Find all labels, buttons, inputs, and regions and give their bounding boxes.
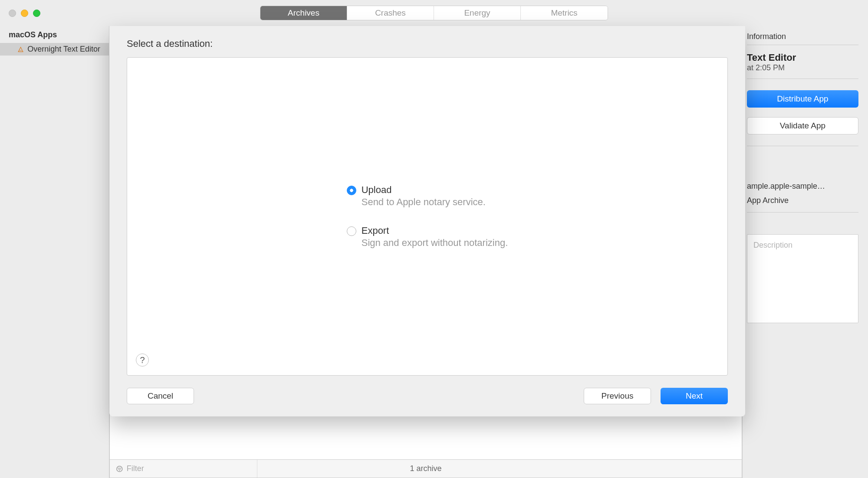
- radio-upload[interactable]: [347, 186, 356, 195]
- tab-archives[interactable]: Archives: [260, 6, 347, 20]
- filter-icon: [116, 465, 123, 473]
- next-button[interactable]: Next: [661, 388, 728, 404]
- tab-crashes[interactable]: Crashes: [347, 6, 434, 20]
- info-panel: Information Text Editor at 2:05 PM Distr…: [742, 26, 868, 478]
- help-button[interactable]: ?: [136, 354, 149, 367]
- svg-marker-0: [18, 47, 23, 52]
- tab-metrics[interactable]: Metrics: [521, 6, 608, 20]
- option-export-label: Export: [362, 225, 508, 236]
- info-archive-type: App Archive: [747, 191, 858, 213]
- filter-input[interactable]: [127, 464, 257, 473]
- sidebar: macOS Apps Overnight Text Editor: [0, 26, 109, 478]
- distribute-app-button[interactable]: Distribute App: [747, 90, 858, 108]
- description-placeholder: Description: [753, 241, 792, 249]
- sidebar-item-label: Overnight Text Editor: [27, 45, 100, 54]
- minimize-button[interactable]: [21, 10, 28, 17]
- option-export-desc: Sign and export without notarizing.: [362, 237, 508, 249]
- option-upload[interactable]: Upload Send to Apple notary service.: [347, 184, 508, 208]
- organizer-window: Archives Crashes Energy Metrics macOS Ap…: [0, 0, 868, 478]
- option-upload-label: Upload: [362, 184, 486, 196]
- archive-count: 1 archive: [410, 464, 441, 473]
- radio-export[interactable]: [347, 226, 356, 236]
- info-bundle-id: ample.apple-sample…: [747, 177, 858, 191]
- zoom-button[interactable]: [33, 10, 40, 17]
- filter-box: [110, 460, 257, 478]
- info-section-label: Information: [747, 26, 858, 45]
- option-export[interactable]: Export Sign and export without notarizin…: [347, 225, 508, 249]
- option-upload-desc: Send to Apple notary service.: [362, 196, 486, 208]
- footer-bar: 1 archive: [109, 460, 742, 478]
- info-app-date: at 2:05 PM: [747, 63, 858, 79]
- cancel-button[interactable]: Cancel: [127, 388, 194, 404]
- sheet-title: Select a destination:: [127, 38, 728, 49]
- svg-point-2: [117, 466, 122, 471]
- previous-button[interactable]: Previous: [584, 388, 651, 404]
- info-app-name: Text Editor: [747, 45, 858, 63]
- description-box[interactable]: Description: [747, 234, 858, 323]
- sheet-body: Upload Send to Apple notary service. Exp…: [127, 57, 728, 376]
- sidebar-item-app[interactable]: Overnight Text Editor: [0, 43, 109, 56]
- sidebar-section-header: macOS Apps: [0, 26, 109, 43]
- titlebar: Archives Crashes Energy Metrics: [0, 0, 868, 26]
- tab-bar: Archives Crashes Energy Metrics: [260, 6, 608, 20]
- close-button[interactable]: [9, 10, 16, 17]
- validate-app-button[interactable]: Validate App: [747, 117, 858, 134]
- app-icon: [17, 45, 24, 54]
- destination-sheet: Select a destination: Upload Send to App…: [109, 26, 745, 416]
- tab-energy[interactable]: Energy: [434, 6, 521, 20]
- destination-options: Upload Send to Apple notary service. Exp…: [347, 184, 508, 249]
- sheet-footer: Cancel Previous Next: [127, 376, 728, 404]
- window-controls: [9, 10, 40, 17]
